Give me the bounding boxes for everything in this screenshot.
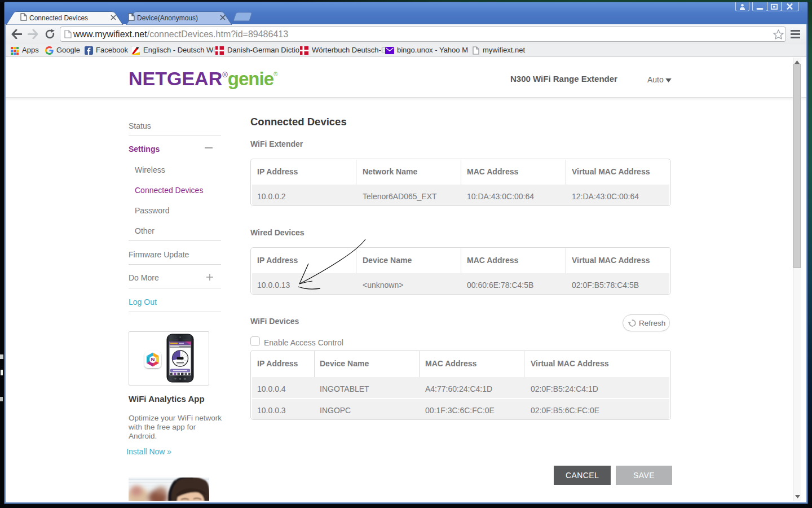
svg-text:N: N [151,356,155,362]
